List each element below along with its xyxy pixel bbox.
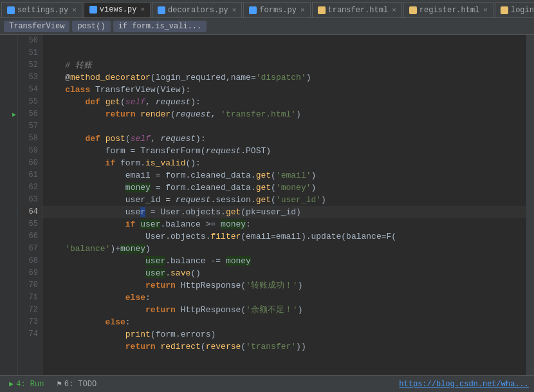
code-line-70: else:: [42, 292, 526, 304]
register-tab-label: register.html: [419, 6, 480, 15]
code-line-55: def get(self, request):: [42, 96, 526, 108]
code-line-53: @method_decorator(login_required,name='d…: [42, 71, 526, 84]
status-run[interactable]: ▶ 4: Run: [5, 378, 48, 391]
gutter-59: [0, 145, 17, 157]
ln-73: 73: [21, 316, 38, 328]
code-line-56: return render(request, 'transfer.html'): [42, 108, 526, 120]
ln-67: 67: [21, 243, 38, 255]
code-line-60: if form.is_valid():: [42, 157, 526, 169]
ln-62: 62: [21, 182, 38, 194]
ln-59: 59: [21, 145, 38, 157]
ln-65: 65: [21, 218, 38, 230]
ln-55: 55: [21, 96, 38, 108]
ln-69: 69: [21, 267, 38, 279]
register-tab-close[interactable]: ×: [483, 6, 488, 14]
ln-63: 63: [21, 194, 38, 206]
gutter-50: [0, 35, 17, 47]
code-line-54: class TransferView(View):: [42, 84, 526, 96]
views-tab-label: views.py: [100, 5, 137, 14]
tab-transfer[interactable]: transfer.html ×: [312, 2, 402, 17]
code-line-63: user_id = request.session.get('user_id'): [42, 194, 526, 206]
views-tab-close[interactable]: ×: [140, 6, 145, 14]
left-gutter: ▶: [0, 35, 18, 375]
gutter-68: [0, 255, 17, 267]
gutter-54: [0, 84, 17, 96]
status-bar: ▶ 4: Run ⚑ 6: TODO https://blog.csdn.net…: [0, 375, 534, 392]
ln-54: 54: [21, 84, 38, 96]
status-url[interactable]: https://blog.csdn.net/wha...: [399, 380, 529, 389]
gutter-60: [0, 157, 17, 169]
register-tab-icon: [409, 6, 417, 14]
code-line-66c: 'balance')+money): [42, 243, 526, 255]
gutter-53: [0, 71, 17, 84]
code-line-72: else:: [42, 316, 526, 328]
code-line-68: user.save(): [42, 267, 526, 279]
ln-72: 72: [21, 304, 38, 316]
breadcrumb-post[interactable]: post(): [72, 21, 110, 32]
code-line-59: form = TransferForm(request.POST): [42, 145, 526, 157]
login-tab-label: login.html: [511, 6, 534, 15]
transfer-tab-icon: [318, 6, 326, 14]
gutter-57: [0, 120, 17, 133]
ln-68: 68: [21, 255, 38, 267]
run-icon: ▶: [9, 379, 14, 389]
ln-74: 74: [21, 328, 38, 341]
ln-56: 56: [21, 108, 38, 120]
decorators-tab-close[interactable]: ×: [232, 6, 237, 14]
gutter-61: [0, 169, 17, 182]
code-line-57: [42, 120, 526, 133]
tab-register[interactable]: register.html ×: [403, 2, 493, 17]
todo-label: 6: TODO: [64, 380, 97, 389]
code-line-65: if user.balance >= money:: [42, 218, 526, 230]
tab-login[interactable]: login.html ×: [495, 2, 534, 17]
breadcrumb-transferview[interactable]: TransferView: [4, 21, 69, 32]
ln-50: 50: [21, 35, 38, 47]
ln-61: 61: [21, 169, 38, 182]
tab-forms[interactable]: forms.py ×: [243, 2, 310, 17]
gutter-66: [0, 230, 17, 243]
code-line-61: email = form.cleaned_data.get('email'): [42, 169, 526, 182]
run-label: 4: Run: [16, 380, 44, 389]
gutter-65: [0, 218, 17, 230]
ln-71: 71: [21, 292, 38, 304]
ln-57: 57: [21, 120, 38, 133]
tab-views[interactable]: views.py ×: [84, 2, 151, 17]
ln-60: 60: [21, 157, 38, 169]
gutter-56: ▶: [0, 108, 17, 120]
settings-tab-label: settings.py: [17, 6, 68, 15]
code-content[interactable]: # 转账 @method_decorator(login_required,na…: [42, 35, 526, 375]
editor-area: ▶ 50 51 52 53 54 55: [0, 35, 534, 375]
code-line-62: money = form.cleaned_data.get('money'): [42, 182, 526, 194]
code-line-50: [42, 35, 526, 47]
line-numbers: 50 51 52 53 54 55 56 57 58 59 60 61 62 6…: [18, 35, 42, 375]
ln-64: 64: [21, 206, 38, 218]
code-line-51: [42, 47, 526, 59]
code-line-73: print(form.errors): [42, 328, 526, 341]
app-window: settings.py × views.py × decorators.py ×…: [0, 0, 534, 392]
ln-70: 70: [21, 279, 38, 292]
tab-bar: settings.py × views.py × decorators.py ×…: [0, 0, 534, 18]
code-line-71: return HttpResponse('余额不足！'): [42, 304, 526, 316]
gutter-62: [0, 182, 17, 194]
gutter-72: [0, 304, 17, 316]
code-line-67: user.balance -= money: [42, 255, 526, 267]
breadcrumb-if[interactable]: if form.is_vali...: [113, 21, 207, 32]
ln-52: 52: [21, 59, 38, 71]
transfer-tab-close[interactable]: ×: [392, 6, 396, 14]
transfer-tab-label: transfer.html: [328, 6, 389, 15]
gutter-63: [0, 194, 17, 206]
tab-settings[interactable]: settings.py ×: [1, 2, 82, 17]
ln-51: 51: [21, 47, 38, 59]
forms-tab-close[interactable]: ×: [300, 6, 305, 14]
gutter-58: [0, 133, 17, 145]
gutter-69: [0, 267, 17, 279]
gutter-64: [0, 206, 17, 218]
tab-decorators[interactable]: decorators.py ×: [152, 2, 242, 17]
code-line-64: user = User.objects.get(pk=user_id): [42, 206, 526, 218]
code-line-66: User.objects.filter(email=email).update(…: [42, 230, 526, 243]
ln-58: 58: [21, 133, 38, 145]
status-todo[interactable]: ⚑ 6: TODO: [53, 378, 100, 391]
settings-tab-icon: [7, 6, 15, 14]
vertical-scrollbar[interactable]: [526, 35, 534, 375]
settings-tab-close[interactable]: ×: [72, 6, 77, 14]
